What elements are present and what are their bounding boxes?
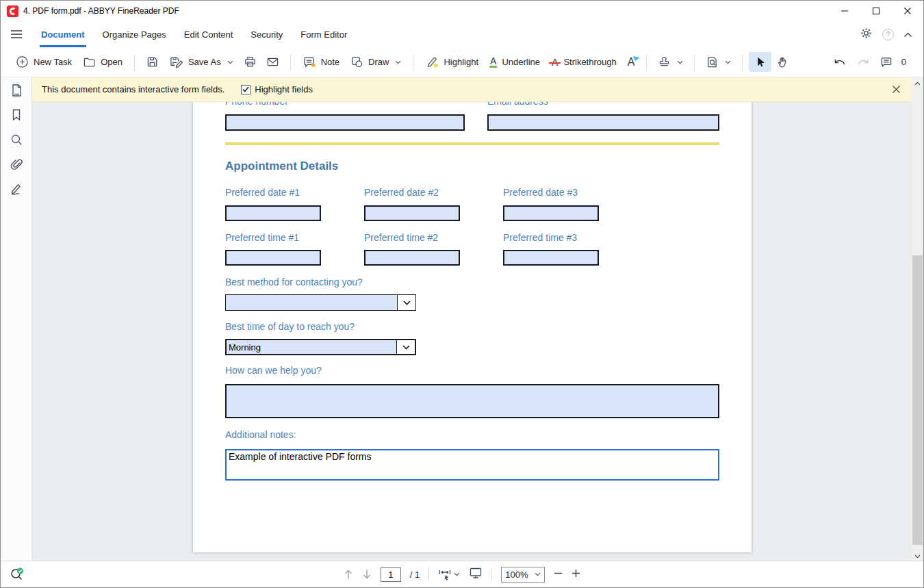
next-page-icon[interactable] — [362, 569, 372, 580]
collapse-toolbar-icon[interactable] — [903, 28, 912, 40]
tab-edit-content[interactable]: Edit Content — [175, 21, 242, 47]
note-button[interactable]: Note — [297, 52, 345, 72]
preferred-time-2-field[interactable] — [364, 250, 460, 266]
preferred-date-2-field[interactable] — [364, 205, 460, 221]
page-number-input[interactable] — [381, 567, 401, 582]
email-address-field[interactable] — [487, 114, 719, 131]
underline-label: Underline — [502, 57, 540, 67]
zoom-in-icon[interactable] — [572, 568, 580, 580]
preferred-date-1-field[interactable] — [225, 205, 321, 221]
strikethrough-button[interactable]: A Strikethrough — [546, 53, 622, 71]
document-viewport[interactable]: Phone number Email address Appointment D… — [32, 102, 913, 562]
tab-form-editor[interactable]: Form Editor — [292, 21, 356, 47]
proofread-verify-icon[interactable] — [9, 566, 25, 583]
highlighter-icon — [425, 55, 439, 68]
main-menu-icon[interactable] — [1, 21, 32, 47]
chevron-down-icon[interactable] — [396, 340, 415, 354]
page-search-button[interactable] — [701, 52, 736, 72]
underline-button[interactable]: A Underline — [484, 53, 546, 71]
new-task-button[interactable]: New Task — [10, 52, 77, 72]
contact-method-dropdown[interactable] — [225, 294, 416, 311]
window-controls — [829, 1, 923, 21]
fit-screen-button[interactable] — [469, 567, 483, 582]
maximize-button[interactable] — [860, 1, 892, 21]
folder-icon — [83, 55, 96, 68]
tab-security[interactable]: Security — [242, 21, 292, 47]
toolbar-divider — [134, 54, 135, 71]
save-as-label: Save As — [188, 57, 221, 67]
draw-button[interactable]: Draw — [345, 52, 407, 72]
preferred-date-1-label: Preferred date #1 — [225, 187, 300, 198]
page-navigation: / 1 100% — [344, 567, 580, 583]
toolbar-divider — [646, 54, 647, 71]
save-as-button[interactable]: Save As — [164, 52, 239, 72]
stamp-button[interactable] — [653, 52, 688, 72]
toolbar-divider — [742, 54, 743, 71]
tab-document[interactable]: Document — [32, 21, 94, 47]
text-style-button[interactable]: A — [622, 53, 641, 71]
best-time-label: Best time of day to reach you? — [225, 321, 355, 332]
comments-button[interactable]: 0 — [875, 52, 911, 72]
redo-button[interactable] — [851, 53, 875, 72]
print-button[interactable] — [239, 52, 261, 72]
toolbar-divider — [413, 54, 413, 71]
app-logo-icon — [7, 5, 18, 17]
app-window: 4. PDF form.pdf - ABBYY FineReader PDF D… — [0, 0, 924, 588]
preferred-time-2-label: Preferred time #2 — [364, 232, 438, 243]
settings-gear-icon[interactable] — [860, 27, 873, 42]
minimize-button[interactable] — [829, 1, 860, 21]
help-icon[interactable]: ? — [882, 29, 894, 40]
zoom-level-value: 100% — [505, 570, 528, 580]
additional-notes-field[interactable]: Example of interactive PDF forms — [225, 449, 719, 481]
highlight-button[interactable]: Highlight — [420, 52, 484, 72]
zoom-level-select[interactable]: 100% — [501, 567, 545, 583]
toolbar-divider — [694, 54, 695, 71]
hand-icon — [776, 55, 789, 68]
note-icon — [303, 55, 316, 68]
preferred-time-3-label: Preferred time #3 — [503, 232, 577, 243]
preferred-date-3-label: Preferred date #3 — [503, 187, 578, 198]
scroll-up-icon[interactable] — [912, 77, 923, 89]
search-panel-icon[interactable] — [8, 131, 25, 148]
page-search-icon — [706, 55, 719, 68]
chevron-down-icon — [677, 60, 683, 64]
save-button[interactable] — [141, 52, 164, 72]
close-button[interactable] — [892, 1, 923, 21]
pdf-page: Phone number Email address Appointment D… — [193, 102, 752, 552]
vertical-scrollbar[interactable] — [912, 77, 923, 562]
signature-panel-icon[interactable] — [8, 181, 25, 197]
page-total: / 1 — [410, 570, 420, 580]
preferred-time-3-field[interactable] — [503, 250, 599, 266]
bookmarks-panel-icon[interactable] — [8, 107, 25, 123]
highlight-fields-label[interactable]: Highlight fields — [255, 84, 313, 94]
comment-count: 0 — [901, 57, 906, 67]
tab-organize-pages[interactable]: Organize Pages — [94, 21, 175, 47]
toolbar: New Task Open Save As Note Draw — [1, 47, 923, 77]
preferred-time-1-field[interactable] — [225, 250, 321, 266]
chevron-down-icon — [227, 60, 233, 64]
previous-page-icon[interactable] — [344, 569, 353, 580]
help-field[interactable] — [225, 384, 719, 418]
email-button[interactable] — [261, 52, 284, 72]
select-tool-button[interactable] — [749, 52, 771, 72]
comments-icon — [880, 55, 893, 68]
preferred-date-3-field[interactable] — [503, 205, 599, 221]
notification-close-icon[interactable] — [889, 82, 903, 97]
open-button[interactable]: Open — [77, 52, 128, 72]
undo-button[interactable] — [828, 53, 851, 72]
status-bar: / 1 100% — [1, 561, 923, 587]
highlight-fields-checkbox[interactable] — [241, 85, 251, 94]
fit-width-button[interactable] — [438, 568, 460, 580]
font-color-icon: A — [627, 57, 636, 68]
toolbar-divider — [290, 54, 291, 71]
draw-shapes-icon — [350, 55, 363, 68]
pages-panel-icon[interactable] — [8, 82, 25, 99]
scrollbar-thumb[interactable] — [912, 255, 923, 545]
best-time-dropdown[interactable]: Morning — [225, 339, 416, 355]
chevron-down-icon — [725, 60, 731, 64]
chevron-down-icon[interactable] — [397, 295, 415, 310]
hand-tool-button[interactable] — [771, 52, 794, 72]
zoom-out-icon[interactable] — [554, 568, 563, 580]
attachments-panel-icon[interactable] — [8, 156, 25, 172]
phone-number-field[interactable] — [225, 114, 465, 131]
